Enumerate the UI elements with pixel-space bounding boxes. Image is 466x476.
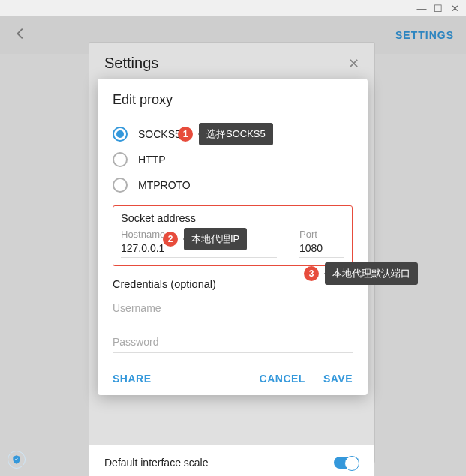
maximize-button[interactable]: ☐	[433, 4, 443, 13]
socket-address-section: Socket address Hostname 127.0.0.1 Port 1…	[113, 205, 353, 266]
radio-icon	[113, 152, 128, 167]
close-window-button[interactable]: ✕	[449, 4, 460, 13]
proxy-type-label: SOCKS5	[138, 128, 181, 140]
window-titlebar: — ☐ ✕	[0, 0, 466, 16]
credentials-title: Credentials (optional)	[113, 278, 353, 290]
save-button[interactable]: SAVE	[323, 373, 353, 385]
interface-scale-toggle[interactable]	[334, 457, 359, 469]
edit-proxy-modal: Edit proxy SOCKS5 HTTP MTPROTO Socket ad…	[98, 79, 368, 395]
port-label: Port	[299, 229, 344, 240]
interface-scale-row: Default interface scale	[89, 445, 374, 476]
socket-address-title: Socket address	[121, 212, 344, 224]
proxy-type-http[interactable]: HTTP	[113, 147, 353, 172]
radio-selected-icon	[113, 127, 128, 142]
proxy-type-mtproto[interactable]: MTPROTO	[113, 172, 353, 198]
port-field[interactable]: Port 1080	[299, 229, 344, 258]
proxy-type-label: HTTP	[138, 154, 166, 166]
share-button[interactable]: SHARE	[113, 373, 152, 385]
interface-scale-label: Default interface scale	[104, 457, 209, 469]
hostname-label: Hostname	[121, 229, 277, 240]
cancel-button[interactable]: CANCEL	[260, 373, 305, 385]
port-value: 1080	[299, 240, 344, 258]
hostname-value: 127.0.0.1	[121, 240, 277, 258]
radio-icon	[113, 178, 128, 193]
modal-title: Edit proxy	[113, 92, 353, 108]
connection-shield-icon[interactable]	[8, 451, 26, 469]
proxy-type-label: MTPROTO	[138, 179, 191, 191]
proxy-type-socks5[interactable]: SOCKS5	[113, 121, 353, 147]
minimize-button[interactable]: —	[416, 4, 427, 13]
hostname-field[interactable]: Hostname 127.0.0.1	[121, 229, 277, 258]
username-field[interactable]	[113, 298, 353, 319]
password-field[interactable]	[113, 331, 353, 353]
